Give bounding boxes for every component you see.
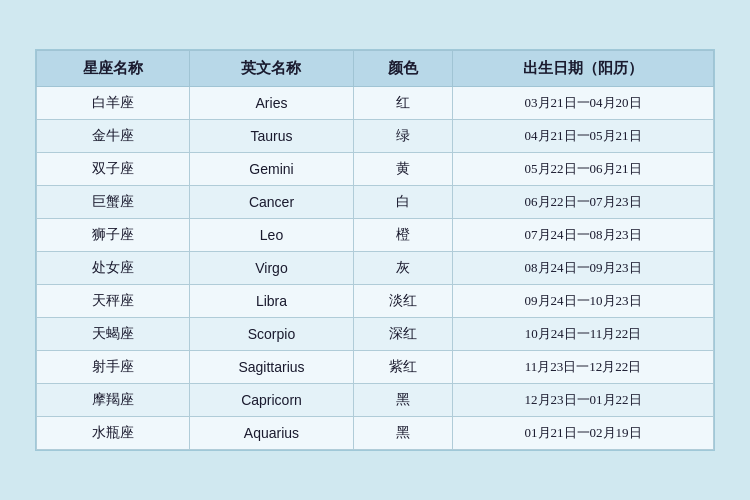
- cell-chinese: 摩羯座: [37, 384, 190, 417]
- table-row: 水瓶座Aquarius黑01月21日一02月19日: [37, 417, 714, 450]
- cell-dates: 05月22日一06月21日: [453, 153, 714, 186]
- zodiac-table-container: 星座名称 英文名称 颜色 出生日期（阳历） 白羊座Aries红03月21日一04…: [35, 49, 715, 451]
- cell-english: Scorpio: [189, 318, 353, 351]
- cell-chinese: 金牛座: [37, 120, 190, 153]
- table-row: 巨蟹座Cancer白06月22日一07月23日: [37, 186, 714, 219]
- cell-english: Aries: [189, 87, 353, 120]
- cell-color: 深红: [354, 318, 453, 351]
- cell-color: 红: [354, 87, 453, 120]
- cell-english: Cancer: [189, 186, 353, 219]
- cell-color: 紫红: [354, 351, 453, 384]
- cell-chinese: 天秤座: [37, 285, 190, 318]
- cell-dates: 07月24日一08月23日: [453, 219, 714, 252]
- cell-chinese: 天蝎座: [37, 318, 190, 351]
- cell-color: 淡红: [354, 285, 453, 318]
- cell-english: Taurus: [189, 120, 353, 153]
- zodiac-table: 星座名称 英文名称 颜色 出生日期（阳历） 白羊座Aries红03月21日一04…: [36, 50, 714, 450]
- cell-dates: 06月22日一07月23日: [453, 186, 714, 219]
- table-row: 天秤座Libra淡红09月24日一10月23日: [37, 285, 714, 318]
- cell-chinese: 双子座: [37, 153, 190, 186]
- cell-dates: 11月23日一12月22日: [453, 351, 714, 384]
- cell-color: 黑: [354, 417, 453, 450]
- table-row: 天蝎座Scorpio深红10月24日一11月22日: [37, 318, 714, 351]
- cell-english: Capricorn: [189, 384, 353, 417]
- table-row: 双子座Gemini黄05月22日一06月21日: [37, 153, 714, 186]
- cell-color: 灰: [354, 252, 453, 285]
- cell-chinese: 水瓶座: [37, 417, 190, 450]
- table-row: 金牛座Taurus绿04月21日一05月21日: [37, 120, 714, 153]
- cell-english: Sagittarius: [189, 351, 353, 384]
- cell-dates: 12月23日一01月22日: [453, 384, 714, 417]
- col-header-english: 英文名称: [189, 51, 353, 87]
- cell-color: 白: [354, 186, 453, 219]
- cell-chinese: 处女座: [37, 252, 190, 285]
- col-header-chinese: 星座名称: [37, 51, 190, 87]
- cell-color: 黄: [354, 153, 453, 186]
- table-row: 狮子座Leo橙07月24日一08月23日: [37, 219, 714, 252]
- cell-english: Virgo: [189, 252, 353, 285]
- cell-color: 黑: [354, 384, 453, 417]
- table-row: 处女座Virgo灰08月24日一09月23日: [37, 252, 714, 285]
- cell-english: Gemini: [189, 153, 353, 186]
- cell-dates: 03月21日一04月20日: [453, 87, 714, 120]
- cell-english: Aquarius: [189, 417, 353, 450]
- table-row: 摩羯座Capricorn黑12月23日一01月22日: [37, 384, 714, 417]
- cell-chinese: 白羊座: [37, 87, 190, 120]
- table-row: 白羊座Aries红03月21日一04月20日: [37, 87, 714, 120]
- cell-color: 绿: [354, 120, 453, 153]
- cell-chinese: 巨蟹座: [37, 186, 190, 219]
- table-header-row: 星座名称 英文名称 颜色 出生日期（阳历）: [37, 51, 714, 87]
- col-header-color: 颜色: [354, 51, 453, 87]
- cell-english: Libra: [189, 285, 353, 318]
- cell-english: Leo: [189, 219, 353, 252]
- cell-chinese: 狮子座: [37, 219, 190, 252]
- cell-dates: 01月21日一02月19日: [453, 417, 714, 450]
- table-row: 射手座Sagittarius紫红11月23日一12月22日: [37, 351, 714, 384]
- col-header-dates: 出生日期（阳历）: [453, 51, 714, 87]
- cell-color: 橙: [354, 219, 453, 252]
- cell-chinese: 射手座: [37, 351, 190, 384]
- table-body: 白羊座Aries红03月21日一04月20日金牛座Taurus绿04月21日一0…: [37, 87, 714, 450]
- cell-dates: 04月21日一05月21日: [453, 120, 714, 153]
- cell-dates: 10月24日一11月22日: [453, 318, 714, 351]
- cell-dates: 09月24日一10月23日: [453, 285, 714, 318]
- cell-dates: 08月24日一09月23日: [453, 252, 714, 285]
